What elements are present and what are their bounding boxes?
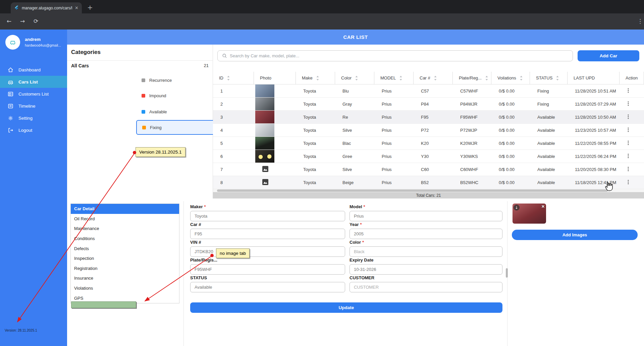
- cell-model: Prius: [374, 115, 414, 120]
- divider: [67, 60, 213, 61]
- detail-tab-conditions[interactable]: Conditions: [71, 234, 179, 244]
- scrollbar-thumb[interactable]: [217, 189, 608, 192]
- sort-icon[interactable]: [316, 76, 319, 80]
- car-photo-blue-car[interactable]: [255, 84, 274, 97]
- cell-status: Available: [530, 180, 568, 185]
- column-header-status[interactable]: STATUS: [530, 72, 568, 84]
- row-actions-icon[interactable]: [626, 166, 631, 172]
- column-header-color[interactable]: Color: [335, 72, 374, 84]
- table-row-2[interactable]: 2ToyotaGrayPriusP84P84WJR0/$ 0.00Fixing1…: [213, 98, 644, 111]
- cell-last-updated: 11/28/2025 10:50 AM: [568, 115, 620, 120]
- remove-image-icon[interactable]: ✕: [541, 204, 545, 209]
- tab-close-icon[interactable]: ✕: [75, 5, 78, 10]
- sidebar-item-logout[interactable]: Logout: [0, 124, 67, 136]
- car-photo-red-car[interactable]: [255, 111, 274, 123]
- avatar[interactable]: [5, 35, 20, 50]
- cell-model: Prius: [374, 167, 414, 172]
- field-input-plate-regis[interactable]: [190, 264, 345, 275]
- car-photo-gray-car[interactable]: [255, 98, 274, 110]
- detail-tab-violations[interactable]: Violations: [71, 283, 179, 293]
- cell-model: Prius: [374, 89, 414, 94]
- row-actions-icon[interactable]: [626, 140, 631, 146]
- field-input-status[interactable]: [190, 282, 345, 292]
- sidebar-item-setting[interactable]: Setting: [0, 112, 67, 124]
- horizontal-scrollbar[interactable]: [213, 189, 644, 192]
- field-input-maker[interactable]: [190, 211, 345, 221]
- row-actions-icon[interactable]: [626, 179, 631, 185]
- detail-tab-car-detail[interactable]: Car Detail: [71, 204, 179, 214]
- table-row-1[interactable]: 1ToyotaBluPriusC57C57WHF0/$ 0.00Fixing11…: [213, 84, 644, 98]
- table-row-3[interactable]: 3ToyotaRePriusF95F95WHF0/$ 0.00Available…: [213, 111, 644, 124]
- table-row-8[interactable]: 8ToyotaBeigePriusB52B52WHC0/$ 0.00Availa…: [213, 176, 644, 189]
- new-tab-icon[interactable]: +: [87, 3, 93, 11]
- table-row-4[interactable]: 4ToyotaSilvePriusP72P72WJP0/$ 0.00Availa…: [213, 124, 644, 137]
- column-header-plate-reg[interactable]: Plate/Reg...: [453, 72, 491, 84]
- sort-icon[interactable]: [227, 76, 230, 80]
- category-color-swatch: [142, 126, 146, 129]
- row-actions-icon[interactable]: [626, 153, 631, 159]
- car-photo-black-car[interactable]: [255, 137, 274, 150]
- sidebar-item-dashboard[interactable]: Dashboard: [0, 64, 67, 76]
- column-header-voilations[interactable]: Voilations: [491, 72, 530, 84]
- table-row-5[interactable]: 5ToyotaBlacPriusK20K20WJR0/$ 0.00Availab…: [213, 137, 644, 150]
- cell-plate: K20WJR: [453, 141, 491, 146]
- all-cars-label: All Cars: [71, 63, 89, 68]
- field-input-year[interactable]: [350, 229, 502, 239]
- vertical-scrollbar-thumb[interactable]: [506, 268, 508, 278]
- sidebar-item-label: Logout: [18, 128, 32, 133]
- search-icon: [222, 53, 227, 58]
- all-cars-row[interactable]: All Cars 21: [71, 63, 209, 68]
- detail-tab-registration[interactable]: Registration: [71, 264, 179, 274]
- sidebar-item-timeline[interactable]: Timeline: [0, 100, 67, 112]
- tab-title: manager.alugago.com/cars/list: [22, 6, 72, 10]
- sort-icon[interactable]: [520, 76, 523, 80]
- update-button[interactable]: Update: [190, 302, 502, 313]
- row-actions-icon[interactable]: [626, 101, 631, 106]
- row-actions-icon[interactable]: [626, 127, 631, 132]
- field-input-car[interactable]: [190, 229, 345, 239]
- sort-icon[interactable]: [355, 76, 358, 80]
- row-actions-icon[interactable]: [626, 114, 631, 119]
- sidebar-item-customers-list[interactable]: Customers List: [0, 88, 67, 100]
- column-header-id[interactable]: ID: [213, 72, 254, 84]
- detail-tab-maintenance[interactable]: Maintenance: [71, 224, 179, 234]
- detail-tab-defects[interactable]: Defects: [71, 243, 179, 253]
- forward-icon[interactable]: →: [20, 18, 25, 24]
- car-photo-night-car[interactable]: [255, 150, 274, 163]
- column-header-model[interactable]: MODEL: [374, 72, 414, 84]
- cell-violations: 0/$ 0.00: [491, 115, 530, 120]
- field-input-model[interactable]: [350, 211, 502, 221]
- table-row-7[interactable]: 7ToyotaSilvePriusC60C60WHF0/$ 0.00Availa…: [213, 163, 644, 176]
- download-image-icon[interactable]: ↓: [514, 205, 520, 211]
- field-input-customer[interactable]: [350, 282, 502, 292]
- row-actions-icon[interactable]: [626, 88, 631, 93]
- home-icon: [7, 67, 14, 73]
- sort-icon[interactable]: [434, 76, 437, 80]
- reload-icon[interactable]: ⟳: [34, 18, 38, 24]
- browser-tab[interactable]: manager.alugago.com/cars/list ✕: [11, 2, 82, 13]
- table-row-6[interactable]: 6ToyotaGreePriusY30Y30WKS0/$ 0.00Availab…: [213, 150, 644, 163]
- sort-icon[interactable]: [556, 76, 559, 80]
- car-image-thumbnail[interactable]: ↓ ✕: [513, 204, 546, 224]
- detail-tab-insurance[interactable]: Insurance: [71, 273, 179, 283]
- cell-make: Toyota: [296, 167, 335, 172]
- all-cars-count: 21: [204, 63, 209, 68]
- car-photo-silver-car[interactable]: [255, 124, 274, 136]
- sidebar-item-cars-list[interactable]: Cars List: [0, 76, 67, 88]
- search-input[interactable]: [230, 53, 573, 58]
- sort-icon[interactable]: [485, 76, 488, 80]
- add-car-button[interactable]: Add Car: [578, 50, 639, 61]
- column-header-car[interactable]: Car #: [414, 72, 453, 84]
- field-input-expiry-date[interactable]: [350, 264, 502, 275]
- cell-plate: P84WJR: [453, 102, 491, 107]
- browser-menu-icon[interactable]: ⋮: [637, 18, 643, 24]
- field-input-color[interactable]: [350, 246, 502, 257]
- back-icon[interactable]: ←: [7, 18, 11, 24]
- sort-icon[interactable]: [399, 76, 402, 80]
- add-images-button[interactable]: Add Images: [512, 230, 638, 240]
- category-color-swatch: [142, 94, 145, 98]
- column-header-make[interactable]: Make: [296, 72, 335, 84]
- detail-tab-inspection[interactable]: Inspection: [71, 253, 179, 264]
- cell-last-updated: 11/28/2025 10:51 AM: [568, 89, 620, 94]
- detail-tab-oil-record[interactable]: Oil Record: [71, 214, 179, 224]
